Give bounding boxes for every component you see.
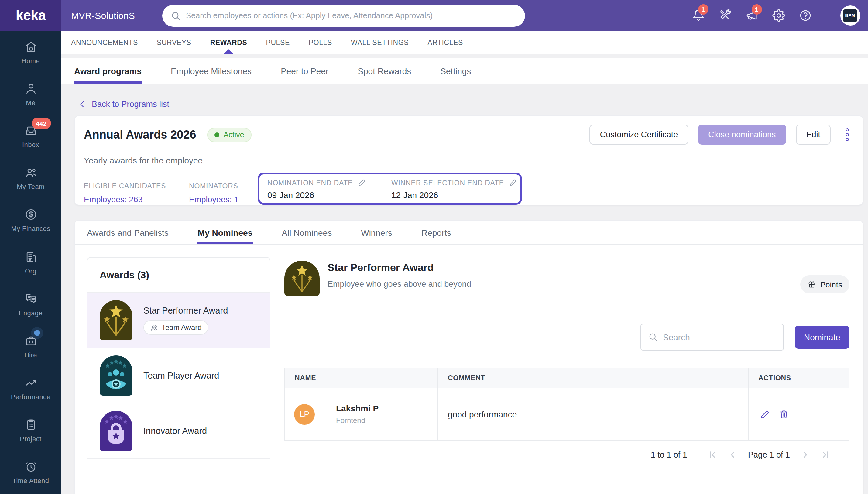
sidebar-item-time-attend[interactable]: Time Attend <box>0 452 61 493</box>
edit-date-icon[interactable] <box>358 179 366 187</box>
module-nav: ANNOUNCEMENTS SURVEYS REWARDS PULSE POLL… <box>61 31 868 54</box>
me-icon <box>24 82 37 95</box>
hire-notification-dot <box>34 330 40 336</box>
sidebar-item-my-finances[interactable]: My Finances <box>0 199 61 241</box>
eligible-candidates-stat: ELIGIBLE CANDIDATES Employees: 263 <box>84 173 189 204</box>
nominators-stat: NOMINATORS Employees: 1 <box>189 173 258 204</box>
close-nominations-button[interactable]: Close nominations <box>698 125 786 145</box>
notifications-bell-icon[interactable]: 1 <box>692 9 705 22</box>
main-area: ANNOUNCEMENTS SURVEYS REWARDS PULSE POLL… <box>61 31 868 494</box>
nav-articles[interactable]: ARTICLES <box>427 31 463 54</box>
nav-polls[interactable]: POLLS <box>309 31 332 54</box>
back-link[interactable]: Back to Programs list <box>61 84 868 115</box>
table-row: LP Lakshmi P Forntend good performance <box>284 388 849 440</box>
global-search[interactable] <box>162 4 525 26</box>
delete-nomination-icon[interactable] <box>779 409 789 419</box>
praise-megaphone-icon[interactable]: 1 <box>745 9 758 22</box>
sidebar-item-me[interactable]: Me <box>0 73 61 115</box>
award-subtitle: Employee who goes above and beyond <box>328 280 471 289</box>
tab-reports[interactable]: Reports <box>421 221 451 244</box>
pagination-page: Page 1 of 1 <box>748 450 790 459</box>
winner-selection-end-date: WINNER SELECTION END DATE 12 Jan 2026 <box>391 179 522 203</box>
hire-icon <box>24 334 37 347</box>
sidebar-item-home[interactable]: Home <box>0 31 61 73</box>
star-performer-award-icon <box>100 300 133 340</box>
logo-text: keka <box>16 7 45 24</box>
tab-settings[interactable]: Settings <box>440 58 471 84</box>
program-title: Annual Awards 2026 <box>84 128 196 141</box>
avatar: LP <box>294 404 315 424</box>
status-badge: Active <box>207 127 252 142</box>
sidebar-item-engage[interactable]: Engage <box>0 283 61 325</box>
tab-awards-and-panelists[interactable]: Awards and Panelists <box>87 221 169 244</box>
sidebar-item-org[interactable]: Org <box>0 241 61 283</box>
nav-announcements[interactable]: ANNOUNCEMENTS <box>71 31 138 54</box>
sidebar-item-performance[interactable]: Performance <box>0 367 61 409</box>
award-item-team-player[interactable]: Team Player Award <box>88 348 270 403</box>
home-icon <box>24 40 37 53</box>
edit-button[interactable]: Edit <box>796 125 831 145</box>
team-award-tag: Team Award <box>143 320 208 335</box>
customize-certificate-button[interactable]: Customize Certificate <box>590 125 689 145</box>
engage-icon <box>24 292 37 305</box>
eligible-candidates-link[interactable]: Employees: 263 <box>84 195 189 204</box>
nav-surveys[interactable]: SURVEYS <box>157 31 191 54</box>
tab-award-programs[interactable]: Award programs <box>74 58 141 84</box>
points-button[interactable]: Points <box>800 275 849 293</box>
tab-spot-rewards[interactable]: Spot Rewards <box>358 58 411 84</box>
tab-my-nominees[interactable]: My Nominees <box>198 221 253 244</box>
time-attend-icon <box>24 460 37 474</box>
project-icon <box>24 418 37 432</box>
nominators-link[interactable]: Employees: 1 <box>189 195 258 204</box>
gift-icon <box>808 280 816 289</box>
settings-gear-icon[interactable] <box>772 9 785 22</box>
team-player-award-icon <box>100 356 133 396</box>
search-icon <box>171 11 180 20</box>
sidebar-item-project[interactable]: Project <box>0 409 61 451</box>
award-item-innovator[interactable]: Innovator Award <box>88 403 270 459</box>
global-search-input[interactable] <box>186 11 517 20</box>
nav-wall-settings[interactable]: WALL SETTINGS <box>351 31 409 54</box>
nominee-search-input[interactable] <box>663 332 776 342</box>
top-bar: keka MVR-SolutionS 1 1 <box>0 0 868 31</box>
team-icon <box>150 324 158 331</box>
first-page-icon[interactable] <box>708 450 717 459</box>
award-detail-panel: Star Performer Award Employee who goes a… <box>284 257 849 469</box>
award-item-star-performer[interactable]: Star Performer Award Team Award <box>88 293 270 348</box>
prev-page-icon[interactable] <box>728 450 737 459</box>
tab-employee-milestones[interactable]: Employee Milestones <box>171 58 252 84</box>
edit-date-icon[interactable] <box>509 179 517 187</box>
program-card: Annual Awards 2026 Active Customize Cert… <box>74 115 864 205</box>
user-avatar[interactable]: BPM <box>840 5 860 25</box>
edit-nomination-icon[interactable] <box>760 409 770 419</box>
sidebar-item-hire[interactable]: Hire <box>0 325 61 367</box>
sidebar-item-inbox[interactable]: 442 Inbox <box>0 115 61 157</box>
last-page-icon[interactable] <box>821 450 830 459</box>
sidebar-item-my-team[interactable]: My Team <box>0 157 61 199</box>
nomination-dates-box: NOMINATION END DATE 09 Jan 2026 WINNER S… <box>258 173 522 205</box>
praise-badge: 1 <box>751 4 762 15</box>
pagination: 1 to 1 of 1 Page 1 of 1 <box>284 440 849 469</box>
nominee-comment: good performance <box>438 388 748 440</box>
app-window: keka MVR-SolutionS 1 1 <box>0 0 868 494</box>
nav-rewards[interactable]: REWARDS <box>210 31 247 54</box>
nav-pulse[interactable]: PULSE <box>266 31 290 54</box>
next-page-icon[interactable] <box>801 450 810 459</box>
program-detail-tabs: Awards and Panelists My Nominees All Nom… <box>75 221 863 245</box>
help-icon[interactable] <box>799 9 811 22</box>
nomination-end-date: NOMINATION END DATE 09 Jan 2026 <box>267 179 391 203</box>
pagination-range: 1 to 1 of 1 <box>651 450 687 459</box>
performance-icon <box>24 376 37 390</box>
nominees-card: Awards and Panelists My Nominees All Nom… <box>74 220 864 494</box>
tab-winners[interactable]: Winners <box>361 221 392 244</box>
tab-peer-to-peer[interactable]: Peer to Peer <box>281 58 328 84</box>
topbar-divider <box>826 7 826 23</box>
keka-logo[interactable]: keka <box>0 0 61 31</box>
nominee-dept: Forntend <box>336 416 379 425</box>
tools-icon[interactable] <box>718 9 731 22</box>
nominate-button[interactable]: Nominate <box>795 325 849 348</box>
avatar-logo: BPM <box>843 9 857 22</box>
more-options-button[interactable] <box>843 126 851 144</box>
nominee-search[interactable] <box>640 324 784 350</box>
tab-all-nominees[interactable]: All Nominees <box>282 221 332 244</box>
